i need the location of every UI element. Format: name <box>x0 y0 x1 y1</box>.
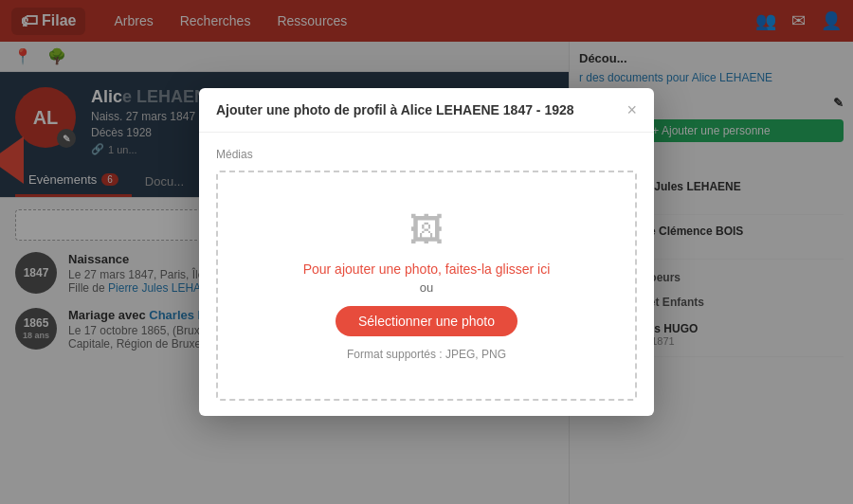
upload-icon: 🖼 <box>237 210 616 250</box>
modal: Ajouter une photo de profil à Alice LEHA… <box>199 88 654 416</box>
modal-section-label: Médias <box>216 148 637 161</box>
modal-overlay[interactable]: Ajouter une photo de profil à Alice LEHA… <box>0 0 853 504</box>
select-photo-button[interactable]: Sélectionner une photo <box>336 306 517 336</box>
drop-zone-or: ou <box>237 280 616 295</box>
modal-title: Ajouter une photo de profil à Alice LEHA… <box>216 102 574 117</box>
modal-close-button[interactable]: × <box>626 101 637 118</box>
supported-formats: Format supportés : JPEG, PNG <box>237 348 616 361</box>
modal-header: Ajouter une photo de profil à Alice LEHA… <box>199 88 654 133</box>
drop-zone[interactable]: 🖼 Pour ajouter une photo, faites-la glis… <box>216 171 637 401</box>
drop-zone-text: Pour ajouter une photo, faites-la glisse… <box>237 261 616 277</box>
modal-body: Médias 🖼 Pour ajouter une photo, faites-… <box>199 133 654 416</box>
